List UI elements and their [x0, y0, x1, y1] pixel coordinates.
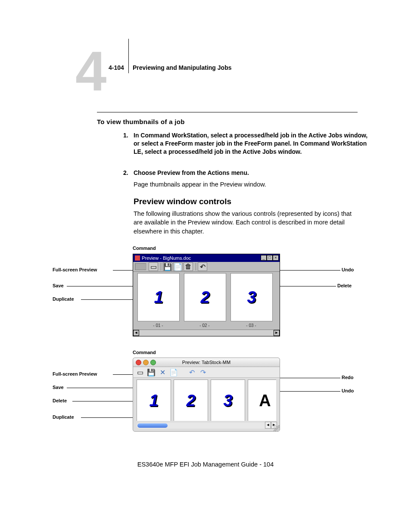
thumbnail-2[interactable]: 2	[174, 380, 207, 421]
fullscreen-preview-button[interactable]: ▭	[136, 368, 144, 376]
thumb-content: 1	[149, 392, 158, 410]
thumb-content: 3	[247, 288, 256, 307]
thumbnail-area: 1 - 01 - 2 - 02 - 3 - 03 -	[137, 273, 275, 329]
thumbnail-1[interactable]: 1	[137, 380, 170, 421]
toolbar: ▭ 💾 ✕ 📄 ↶ ↷	[133, 367, 280, 378]
label-save-1: Save	[53, 283, 64, 288]
scroll-left-button[interactable]: ◄	[133, 330, 139, 336]
minimize-button[interactable]	[143, 360, 149, 365]
horizontal-scrollbar[interactable]	[137, 423, 267, 429]
label-delete-2: Delete	[53, 398, 67, 403]
thumb-caption: - 02 -	[184, 323, 225, 328]
step-2-after: Page thumbnails appear in the Preview wi…	[134, 180, 358, 189]
label-fullscreen-preview-1: Full-screen Preview	[53, 267, 97, 272]
scroll-right-button[interactable]: ►	[274, 330, 280, 336]
step-1-number: 1.	[123, 131, 128, 140]
thumbnail-area: 1 2 3 A	[137, 380, 276, 421]
thumb-caption: - 03 -	[230, 323, 272, 328]
save-button[interactable]: 💾	[147, 368, 156, 376]
window-title: Preview: TabStock-MM	[182, 360, 230, 365]
scroll-left-button[interactable]: ◄	[265, 422, 271, 429]
zoom-button[interactable]	[150, 360, 156, 365]
duplicate-button[interactable]: 📄	[169, 368, 178, 376]
window-titlebar: Preview: TabStock-MM	[133, 358, 280, 367]
thumb-caption: - 01 -	[137, 323, 179, 328]
label-redo-2: Redo	[342, 375, 354, 380]
preview-window-mac: Preview: TabStock-MM ▭ 💾 ✕ 📄 ↶ ↷ 1 2 3 A…	[133, 358, 280, 432]
label-undo-1: Undo	[342, 267, 354, 272]
label-fullscreen-preview-2: Full-screen Preview	[53, 371, 97, 376]
thumbnail-3[interactable]: 3	[211, 380, 244, 421]
maximize-button[interactable]: □	[267, 255, 273, 261]
close-button[interactable]: ×	[273, 255, 279, 261]
label-delete-1: Delete	[337, 283, 352, 288]
delete-button[interactable]: 🗑	[184, 262, 193, 271]
thumb-content: A	[259, 392, 271, 410]
label-save-2: Save	[53, 385, 64, 390]
label-undo-2: Undo	[342, 388, 354, 393]
save-button[interactable]: 💾	[163, 262, 172, 271]
fullscreen-preview-button[interactable]: ▭	[149, 262, 158, 271]
step-2: 2. Choose Preview from the Actions menu.	[134, 169, 368, 177]
separator	[196, 263, 196, 271]
thumbnail-1[interactable]: 1 - 01 -	[137, 273, 179, 329]
header-divider	[128, 39, 129, 73]
chapter-number: 4	[75, 43, 106, 99]
toolbar-grip	[135, 263, 146, 270]
duplicate-button[interactable]: 📄	[173, 262, 183, 271]
step-2-number: 2.	[123, 169, 128, 177]
header-title: Previewing and Manipulating Jobs	[133, 64, 231, 71]
scroll-thumb[interactable]	[137, 423, 168, 428]
subsection-heading: Preview window controls	[134, 197, 231, 206]
label-duplicate-2: Duplicate	[53, 414, 74, 420]
minimize-button[interactable]: _	[261, 255, 267, 261]
header-page-code: 4-104	[109, 64, 124, 71]
thumb-content: 1	[154, 288, 163, 307]
horizontal-rule	[97, 112, 358, 112]
section-heading: To view thumbnails of a job	[97, 118, 185, 125]
step-2-text: Choose Preview from the Actions menu.	[134, 169, 249, 176]
window-titlebar: Preview - BigNums.doc _ □ ×	[133, 254, 280, 262]
redo-button[interactable]: ↷	[199, 368, 207, 376]
label-duplicate-1: Duplicate	[53, 296, 74, 302]
figure2-caption: Command	[133, 350, 156, 355]
figure1-caption: Command	[133, 246, 156, 251]
page-footer: ES3640e MFP EFI Job Management Guide - 1…	[0, 461, 411, 468]
thumbnail-3[interactable]: 3 - 03 -	[230, 273, 272, 329]
resize-grip[interactable]	[274, 425, 280, 431]
toolbar: ▭ 💾 📄 🗑 ↶	[133, 262, 280, 272]
preview-window-win: Preview - BigNums.doc _ □ × ▭ 💾 📄 🗑 ↶ 1 …	[133, 254, 280, 336]
step-1: 1. In Command WorkStation, select a proc…	[134, 131, 368, 156]
undo-button[interactable]: ↶	[198, 262, 207, 271]
thumb-content: 3	[223, 392, 232, 410]
horizontal-scrollbar[interactable]: ◄ ►	[133, 330, 280, 336]
thumbnail-2[interactable]: 2 - 02 -	[184, 273, 225, 329]
app-icon	[135, 255, 140, 261]
thumb-content: 2	[186, 392, 195, 410]
scroll-track[interactable]	[139, 330, 274, 336]
undo-button[interactable]: ↶	[187, 368, 196, 376]
close-button[interactable]	[136, 360, 141, 365]
thumbnail-4[interactable]: A	[248, 380, 276, 421]
delete-button[interactable]: ✕	[158, 368, 167, 376]
subsection-paragraph: The following illustrations show the var…	[134, 209, 358, 236]
separator	[161, 263, 161, 271]
step-1-text: In Command WorkStation, select a process…	[134, 132, 367, 155]
window-title: Preview - BigNums.doc	[142, 255, 191, 261]
thumb-content: 2	[200, 288, 209, 307]
